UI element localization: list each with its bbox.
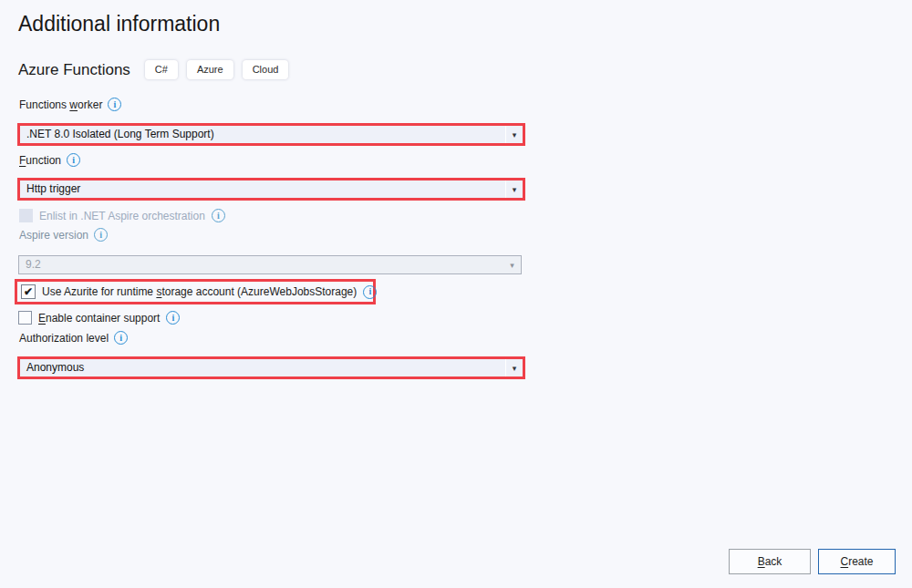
template-name: Azure Functions (18, 61, 130, 79)
back-button[interactable]: Back (729, 549, 811, 574)
function-annotation: Http trigger ▾ (17, 178, 525, 201)
enable-container-row: Enable container support i (18, 311, 180, 325)
dialog-buttons: Back Create (729, 549, 896, 574)
authorization-level-label-text: Authorization level (19, 332, 109, 345)
functions-worker-label: Functions worker i (19, 97, 121, 112)
functions-worker-annotation: .NET 8.0 Isolated (Long Term Support) ▾ (17, 123, 525, 146)
info-icon[interactable]: i (212, 209, 225, 222)
additional-information-dialog: Additional information Azure Functions C… (0, 0, 912, 588)
function-value: Http trigger (20, 181, 505, 198)
enlist-aspire-label: Enlist in .NET Aspire orchestration (39, 210, 205, 222)
tag-csharp: C# (145, 60, 178, 79)
aspire-version-value: 9.2 (19, 256, 503, 273)
authorization-level-dropdown[interactable]: Anonymous ▾ (20, 359, 523, 377)
info-icon[interactable]: i (114, 331, 128, 345)
chevron-down-icon[interactable]: ▾ (505, 126, 523, 143)
aspire-version-label: Aspire version i (19, 227, 108, 242)
chevron-down-icon[interactable]: ▾ (505, 181, 523, 198)
enable-container-checkbox[interactable] (18, 311, 32, 325)
chevron-down-icon: ▾ (503, 256, 521, 273)
info-icon[interactable]: i (166, 311, 180, 325)
info-icon[interactable]: i (363, 285, 377, 299)
back-button-label: Back (758, 555, 782, 568)
use-azurite-row: ✔ Use Azurite for runtime storage accoun… (17, 282, 373, 302)
authorization-level-label: Authorization level i (19, 330, 128, 346)
functions-worker-value: .NET 8.0 Isolated (Long Term Support) (20, 126, 505, 143)
enlist-aspire-checkbox (19, 209, 33, 222)
use-azurite-checkbox[interactable]: ✔ (21, 284, 36, 299)
template-header: Azure Functions C# Azure Cloud (18, 60, 297, 79)
info-icon[interactable]: i (94, 228, 108, 242)
function-dropdown[interactable]: Http trigger ▾ (20, 181, 523, 198)
info-icon[interactable]: i (108, 98, 121, 111)
tag-azure: Azure (187, 60, 233, 79)
authorization-level-value: Anonymous (20, 359, 505, 377)
use-azurite-label: Use Azurite for runtime storage account … (42, 285, 357, 298)
authorization-level-annotation: Anonymous ▾ (17, 356, 525, 379)
create-button[interactable]: Create (818, 549, 896, 574)
functions-worker-label-text: Functions worker (19, 98, 102, 111)
chevron-down-icon[interactable]: ▾ (505, 359, 523, 377)
function-label: Function i (19, 152, 80, 168)
tag-cloud: Cloud (243, 60, 289, 79)
function-label-text: Function (19, 154, 61, 167)
use-azurite-annotation: ✔ Use Azurite for runtime storage accoun… (15, 279, 376, 304)
aspire-version-dropdown: 9.2 ▾ (18, 255, 522, 274)
enable-container-label: Enable container support (38, 312, 160, 325)
create-button-label: Create (840, 555, 873, 568)
info-icon[interactable]: i (67, 153, 80, 167)
enlist-aspire-row: Enlist in .NET Aspire orchestration i (19, 209, 225, 222)
functions-worker-dropdown[interactable]: .NET 8.0 Isolated (Long Term Support) ▾ (20, 126, 523, 143)
page-title: Additional information (18, 12, 220, 36)
aspire-version-label-text: Aspire version (19, 229, 88, 242)
